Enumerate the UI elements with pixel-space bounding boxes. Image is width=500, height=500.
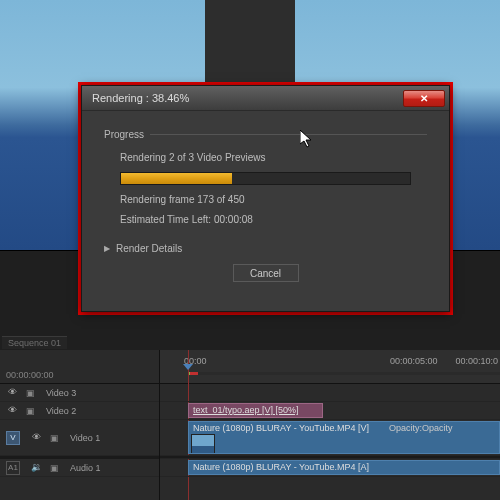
clip-label: text_01/typo.aep [V] [50%] [193, 405, 299, 415]
track-label: Video 1 [70, 433, 100, 443]
progress-bar [120, 172, 411, 185]
close-button[interactable]: ✕ [403, 90, 445, 107]
dialog-title: Rendering : 38.46% [92, 92, 189, 104]
clip-nature-audio[interactable]: Nature (1080p) BLURAY - YouTube.MP4 [A] [188, 460, 500, 475]
timeline-tab[interactable]: Sequence 01 [2, 336, 67, 349]
progress-fill [121, 173, 232, 184]
track-toggle-icon[interactable]: ▣ [26, 388, 38, 398]
clip-label: Nature (1080p) BLURAY - YouTube.MP4 [A] [193, 462, 369, 472]
speaker-icon[interactable]: 🔉 [30, 462, 42, 474]
cancel-label: Cancel [250, 268, 281, 279]
rendering-dialog: Rendering : 38.46% ✕ Progress Rendering … [81, 85, 450, 312]
render-details-toggle[interactable]: ▶ Render Details [104, 243, 427, 254]
clip-thumbnail [191, 434, 215, 454]
timeline-panel: 00:00:00:00 👁 ▣ Video 3 👁 ▣ Video 2 V 👁 … [0, 350, 500, 500]
cancel-button[interactable]: Cancel [233, 264, 299, 282]
triangle-right-icon: ▶ [104, 244, 110, 253]
track-v3[interactable] [160, 384, 500, 402]
ruler-tick: 00:00:10:0 [455, 356, 498, 366]
clip-nature-video[interactable]: Nature (1080p) BLURAY - YouTube.MP4 [V] … [188, 421, 500, 454]
track-label: Video 2 [46, 406, 76, 416]
section-divider [150, 134, 427, 135]
eye-icon[interactable]: 👁 [6, 405, 18, 417]
source-patch-a1[interactable]: A1 [6, 461, 20, 475]
track-v2[interactable]: text_01/typo.aep [V] [50%] [160, 402, 500, 420]
close-icon: ✕ [420, 93, 428, 104]
timeline-tracks-area[interactable]: 00:00 00:00:05:00 00:00:10:0 text_01/typ… [160, 350, 500, 500]
clip-typo[interactable]: text_01/typo.aep [V] [50%] [188, 403, 323, 418]
track-toggle-icon[interactable]: ▣ [50, 433, 62, 443]
eye-icon[interactable]: 👁 [30, 432, 42, 444]
timecode-display[interactable]: 00:00:00:00 [0, 350, 159, 384]
track-label: Audio 1 [70, 463, 101, 473]
eye-icon[interactable]: 👁 [6, 387, 18, 399]
status-preview: Rendering 2 of 3 Video Previews [120, 152, 411, 163]
status-time: Estimated Time Left: 00:00:08 [120, 214, 411, 225]
track-header-v3[interactable]: 👁 ▣ Video 3 [0, 384, 159, 402]
track-a1[interactable]: Nature (1080p) BLURAY - YouTube.MP4 [A] [160, 459, 500, 477]
track-header-v1[interactable]: V 👁 ▣ Video 1 [0, 420, 159, 456]
track-header-v2[interactable]: 👁 ▣ Video 2 [0, 402, 159, 420]
clip-label: Nature (1080p) BLURAY - YouTube.MP4 [V] [193, 423, 369, 433]
progress-section-header: Progress [104, 129, 427, 140]
timecode-value: 00:00:00:00 [6, 370, 54, 380]
dialog-titlebar: Rendering : 38.46% ✕ [82, 86, 449, 111]
ruler-tick: 00:00:05:00 [390, 356, 438, 366]
track-header-a1[interactable]: A1 🔉 ▣ Audio 1 [0, 459, 159, 477]
time-ruler[interactable]: 00:00 00:00:05:00 00:00:10:0 [160, 350, 500, 384]
source-patch-v[interactable]: V [6, 431, 20, 445]
status-frame: Rendering frame 173 of 450 [120, 194, 411, 205]
work-area-bar[interactable] [188, 372, 500, 375]
progress-label: Progress [104, 129, 144, 140]
render-details-label: Render Details [116, 243, 182, 254]
track-toggle-icon[interactable]: ▣ [50, 463, 62, 473]
track-label: Video 3 [46, 388, 76, 398]
track-header-column: 00:00:00:00 👁 ▣ Video 3 👁 ▣ Video 2 V 👁 … [0, 350, 160, 500]
track-v1[interactable]: Nature (1080p) BLURAY - YouTube.MP4 [V] … [160, 420, 500, 456]
track-toggle-icon[interactable]: ▣ [26, 406, 38, 416]
clip-fx-label: Opacity:Opacity [389, 423, 453, 433]
